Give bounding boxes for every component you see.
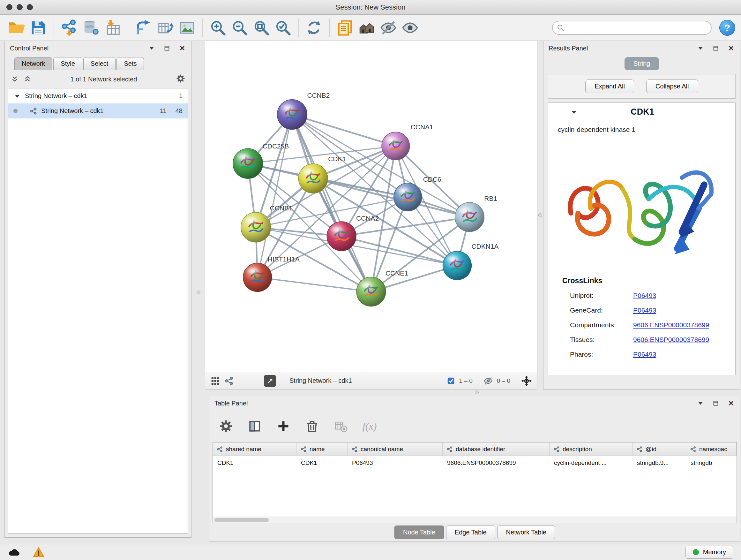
cloud-status-icon[interactable] [8,546,20,558]
collapse-all-button[interactable]: Collapse All [646,79,698,93]
show-columns-icon[interactable] [248,419,262,433]
zoom-selected-button[interactable] [272,17,294,39]
network-node-HIST1H1A[interactable] [243,263,272,292]
panel-float-button[interactable] [163,44,171,52]
panel-close-button[interactable]: × [727,44,735,52]
column-header[interactable]: namespac [686,442,737,455]
column-header[interactable]: description [549,442,632,455]
refresh-view-button[interactable] [303,17,325,39]
network-canvas[interactable]: CCNB2CCNA1CDC25BCDK1CDC6RB1CCNB1CCNA2CDK… [205,41,537,372]
network-node-RB1[interactable] [455,202,484,232]
table-options-gear-icon[interactable] [219,419,233,433]
crosslink-link[interactable]: P06493 [633,351,656,358]
tab-style[interactable]: Style [53,57,82,70]
network-row[interactable]: String Network – cdk1 11 48 [8,104,188,118]
collapse-all-icon[interactable] [10,75,19,83]
column-header[interactable]: name [296,442,347,455]
network-node-CDK1[interactable] [298,164,328,193]
documents-button[interactable] [334,17,356,39]
tab-string[interactable]: String [624,57,659,70]
delete-column-icon[interactable] [305,419,319,433]
expand-all-button[interactable]: Expand All [585,79,634,93]
save-session-button[interactable] [27,17,49,39]
tab-edge-table[interactable]: Edge Table [446,525,495,539]
network-collection-row[interactable]: String Network – cdk1 1 [8,88,188,104]
column-header[interactable]: shared name [213,442,296,455]
panel-close-button[interactable]: × [179,44,186,52]
warning-icon[interactable] [32,546,45,558]
birds-eye-grid-icon[interactable] [210,376,220,386]
triangle-down-icon[interactable] [13,92,21,100]
network-options-button[interactable] [176,74,185,84]
network-node-CDC25B[interactable] [233,148,263,179]
crosslink-link[interactable]: 9606.ENSP00000378699 [633,321,709,329]
network-edge[interactable] [258,277,371,292]
memory-button[interactable]: Memory [685,546,733,559]
close-window-button[interactable] [6,4,12,10]
scrollbar-thumb[interactable] [214,518,269,522]
horizontal-scrollbar[interactable] [213,516,737,523]
export-table-button[interactable] [154,17,176,39]
network-edge[interactable] [258,115,292,277]
export-image-button[interactable] [176,17,198,39]
minimize-window-button[interactable] [17,4,23,10]
maximize-window-button[interactable] [27,4,33,10]
show-all-button[interactable] [399,17,421,39]
network-node-CCNA1[interactable] [382,132,410,160]
network-node-CDC6[interactable] [394,183,422,211]
network-edge[interactable] [292,115,395,146]
import-network-from-database-button[interactable] [80,17,102,39]
tab-network[interactable]: Network [14,57,52,70]
crosslink-link[interactable]: P06493 [633,307,656,314]
panel-menu-button[interactable] [148,44,155,52]
panel-menu-button[interactable] [697,399,704,407]
column-header[interactable]: canonical name [347,442,443,455]
panel-float-button[interactable] [712,44,720,52]
control-panel-title: Control Panel [10,45,49,52]
import-table-button[interactable] [102,17,124,39]
network-node-CDKN1A[interactable] [443,251,472,280]
panel-float-button[interactable] [712,399,720,407]
clear-table-icon[interactable] [334,419,348,433]
tab-sets[interactable]: Sets [117,57,144,70]
search-input[interactable] [552,21,712,35]
column-header[interactable]: @id [632,442,686,455]
crosslink-link[interactable]: 9606.ENSP00000378699 [633,336,709,344]
column-header[interactable]: database identifier [443,442,549,455]
hide-selected-button[interactable] [378,17,399,39]
zoom-fit-button[interactable] [251,17,272,39]
expand-all-icon[interactable] [23,75,31,83]
main-toolbar: ? [0,15,741,41]
add-column-icon[interactable] [276,419,290,433]
hidden-eye-slash-icon[interactable] [483,376,493,386]
open-session-button[interactable] [6,17,27,39]
new-network-from-selection-button[interactable] [133,17,154,39]
tab-node-table[interactable]: Node Table [394,525,444,539]
network-node-CCNB2[interactable] [277,100,307,130]
gene-section-header[interactable]: CDK1 [548,103,735,121]
tab-select[interactable]: Select [83,57,116,70]
network-node-CCNA2[interactable] [327,222,356,251]
network-node-CCNE1[interactable] [356,277,386,307]
zoom-in-button[interactable] [207,17,229,39]
crosshair-icon[interactable] [521,375,532,386]
first-neighbors-button[interactable] [356,17,378,39]
panel-menu-button[interactable] [697,44,704,52]
tab-network-table[interactable]: Network Table [497,525,555,539]
table-row[interactable]: CDK1 CDK1 P06493 9606.ENSP00000378699 cy… [213,456,737,470]
export-view-button[interactable]: ↗ [264,375,276,387]
selected-checkbox-icon[interactable] [447,377,455,385]
network-edge[interactable] [292,115,371,292]
import-network-from-file-button[interactable] [58,17,80,39]
network-edges[interactable] [248,115,470,292]
function-builder-button[interactable]: f(x) [362,421,377,432]
splitter-handle[interactable] [197,291,200,294]
network-node-CCNB1[interactable] [241,212,271,242]
crosslink-link[interactable]: P06493 [633,292,656,300]
help-button[interactable]: ? [719,20,735,36]
panel-close-button[interactable]: × [727,399,735,407]
splitter-handle[interactable] [475,390,479,394]
network-share-icon[interactable] [224,376,234,386]
zoom-out-button[interactable] [229,17,251,39]
splitter-handle[interactable] [538,213,542,217]
